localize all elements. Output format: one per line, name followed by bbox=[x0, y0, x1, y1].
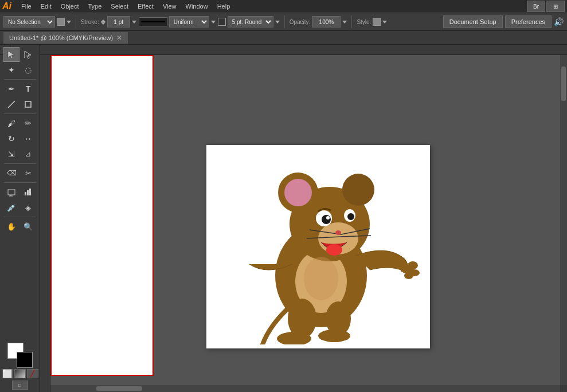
tool-separator-1 bbox=[4, 79, 36, 80]
tab-close-button[interactable]: ✕ bbox=[116, 34, 122, 42]
color-mode-row: ⬜ ╱ bbox=[2, 369, 38, 378]
shear-tool[interactable]: ⊿ bbox=[20, 147, 36, 162]
stroke-up-arrow[interactable] bbox=[101, 19, 105, 22]
background-color-swatch[interactable] bbox=[17, 352, 33, 368]
svg-rect-7 bbox=[25, 192, 26, 195]
color-mode-gradient[interactable] bbox=[14, 369, 26, 378]
scale-tool[interactable]: ⇲ bbox=[3, 147, 19, 162]
menu-file[interactable]: File bbox=[17, 2, 36, 11]
reflect-tool[interactable]: ↔ bbox=[20, 131, 36, 146]
jerry-finger-1 bbox=[408, 261, 418, 269]
stroke-preset-arrow[interactable] bbox=[275, 21, 280, 23]
opacity-arrow[interactable] bbox=[342, 21, 347, 23]
menu-effect[interactable]: Effect bbox=[134, 2, 158, 11]
stroke-preset-dropdown[interactable]: 5 pt. Round bbox=[228, 16, 273, 28]
vertical-scroll-thumb[interactable] bbox=[561, 66, 566, 101]
speaker-icon[interactable]: 🔊 bbox=[554, 17, 564, 26]
tab-title: Untitled-1* @ 100% (CMYK/Preview) bbox=[9, 34, 113, 41]
stroke-style-dropdown[interactable]: Uniform bbox=[169, 16, 209, 28]
svg-rect-9 bbox=[29, 189, 31, 195]
pencil-tool[interactable]: ✏ bbox=[20, 116, 36, 131]
fill-dropdown-arrow[interactable] bbox=[67, 21, 71, 23]
stroke-unit-arrow[interactable] bbox=[132, 21, 136, 23]
type-tool[interactable]: T bbox=[20, 81, 36, 96]
style-section: Style: bbox=[357, 18, 387, 26]
extra-tool-row: □ bbox=[12, 381, 28, 390]
selection-tool[interactable] bbox=[3, 47, 19, 62]
preview-canvas bbox=[206, 145, 430, 348]
workspace-button[interactable]: ⊞ bbox=[546, 1, 565, 12]
menu-object[interactable]: Object bbox=[57, 2, 83, 11]
color-mode-none[interactable]: ⬜ bbox=[2, 369, 13, 378]
eyedropper-tool[interactable]: 💉 bbox=[3, 200, 19, 215]
style-arrow[interactable] bbox=[382, 21, 387, 23]
style-preview[interactable] bbox=[373, 18, 381, 26]
stroke-preset-icon bbox=[218, 18, 226, 26]
jerry-belly-highlight bbox=[304, 257, 338, 300]
vertical-ruler bbox=[40, 55, 50, 392]
app-logo: Ai bbox=[2, 1, 11, 11]
vertical-scrollbar[interactable] bbox=[560, 55, 567, 385]
selection-dropdown[interactable]: No Selection bbox=[3, 16, 55, 28]
color-mode-none2[interactable]: ╱ bbox=[27, 369, 38, 378]
menu-window[interactable]: Window bbox=[182, 2, 212, 11]
canvas-area[interactable] bbox=[40, 45, 567, 392]
lasso-tool[interactable]: ◌ bbox=[20, 62, 36, 77]
tool-separator-3 bbox=[4, 163, 36, 164]
eraser-icon: ⌫ bbox=[7, 169, 17, 177]
jerry-finger-3 bbox=[404, 272, 413, 279]
fill-color-box[interactable] bbox=[57, 18, 65, 26]
horizontal-scroll-thumb[interactable] bbox=[96, 386, 142, 391]
magic-wand-tool[interactable]: ✦ bbox=[3, 62, 19, 77]
stroke-down-arrow[interactable] bbox=[101, 22, 105, 25]
direct-selection-tool-icon bbox=[24, 50, 33, 59]
stroke-spinners[interactable] bbox=[101, 19, 105, 25]
zoom-tool[interactable]: 🔍 bbox=[20, 219, 36, 234]
hand-tool[interactable]: ✋ bbox=[3, 219, 19, 234]
tool-row-2: ✦ ◌ bbox=[3, 62, 36, 77]
paintbrush-tool[interactable]: 🖌 bbox=[3, 116, 19, 131]
pen-tool[interactable]: ✒ bbox=[3, 81, 19, 96]
shear-icon: ⊿ bbox=[25, 150, 31, 158]
opacity-input[interactable] bbox=[312, 16, 341, 28]
doc-setup-button[interactable]: Document Setup bbox=[443, 15, 503, 28]
lasso-icon: ◌ bbox=[25, 65, 32, 75]
tool-row-11: ✋ 🔍 bbox=[3, 219, 36, 234]
menu-edit[interactable]: Edit bbox=[37, 2, 56, 11]
rectangle-tool-icon bbox=[24, 100, 33, 109]
menu-type[interactable]: Type bbox=[84, 2, 106, 11]
line-tool[interactable] bbox=[3, 97, 19, 112]
svg-marker-0 bbox=[8, 51, 14, 58]
stroke-style-arrow[interactable] bbox=[211, 21, 216, 23]
stroke-value-input[interactable] bbox=[107, 16, 130, 28]
artboard bbox=[50, 55, 154, 376]
rotate-tool[interactable]: ↻ bbox=[3, 131, 19, 146]
selection-section: No Selection bbox=[3, 16, 71, 28]
pencil-icon: ✏ bbox=[25, 119, 32, 128]
scissors-icon: ✂ bbox=[25, 169, 32, 178]
rotate-icon: ↻ bbox=[8, 134, 15, 143]
horizontal-scrollbar[interactable] bbox=[50, 385, 560, 392]
rectangle-tool[interactable] bbox=[20, 97, 36, 112]
direct-selection-tool[interactable] bbox=[20, 47, 36, 62]
eraser-tool[interactable]: ⌫ bbox=[3, 166, 19, 181]
tool-separator-5 bbox=[4, 217, 36, 217]
paintbrush-icon: 🖌 bbox=[7, 119, 15, 128]
screen-mode-btn[interactable]: □ bbox=[12, 381, 28, 390]
menu-help[interactable]: Help bbox=[213, 2, 234, 11]
toolbar: No Selection Stroke: Uniform 5 pt. Round bbox=[0, 13, 567, 31]
scissors-tool[interactable]: ✂ bbox=[20, 166, 36, 181]
graph-tool[interactable] bbox=[20, 185, 36, 199]
menu-select[interactable]: Select bbox=[107, 2, 132, 11]
menu-view[interactable]: View bbox=[159, 2, 181, 11]
tool-row-10: 💉 ◈ bbox=[3, 200, 36, 215]
document-tab[interactable]: Untitled-1* @ 100% (CMYK/Preview) ✕ bbox=[3, 32, 128, 44]
blend-tool[interactable]: ◈ bbox=[20, 200, 36, 215]
stroke-section: Stroke: bbox=[81, 16, 136, 28]
scroll-corner bbox=[560, 385, 567, 392]
stroke-line-preview[interactable] bbox=[139, 17, 167, 26]
preferences-button[interactable]: Preferences bbox=[505, 15, 552, 28]
bridge-button[interactable]: Br bbox=[527, 1, 545, 12]
tool-row-7: ⇲ ⊿ bbox=[3, 147, 36, 162]
artboard-tool[interactable] bbox=[3, 185, 19, 199]
